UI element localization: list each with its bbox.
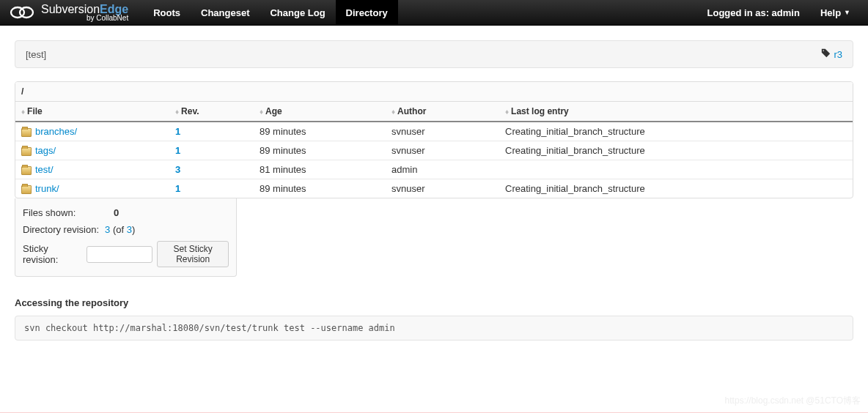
folder-icon <box>21 185 32 194</box>
dir-rev-close: ) <box>132 224 135 235</box>
sort-icon: ♦ <box>505 108 509 116</box>
log-cell: Creating_initial_branch_structure <box>499 141 853 160</box>
sort-icon: ♦ <box>175 108 179 116</box>
nav-right: Logged in as: admin Help ▼ <box>697 0 861 26</box>
table-row: trunk/189 minutessvnuserCreating_initial… <box>15 179 853 198</box>
svg-point-1 <box>20 7 33 18</box>
header-age[interactable]: ♦Age <box>254 102 386 122</box>
help-label: Help <box>820 7 841 18</box>
checkout-command: svn checkout http://marshal:18080/svn/te… <box>15 316 853 341</box>
age-cell: 89 minutes <box>254 122 386 141</box>
header-log[interactable]: ♦Last log entry <box>499 102 853 122</box>
collabnet-logo-icon <box>7 4 37 21</box>
file-link[interactable]: trunk/ <box>35 183 59 194</box>
file-link[interactable]: tags/ <box>35 145 56 156</box>
author-cell: svnuser <box>386 122 499 141</box>
breadcrumb-path: [test] <box>26 49 46 60</box>
file-link[interactable]: test/ <box>35 164 54 175</box>
files-shown-value: 0 <box>114 207 119 218</box>
log-cell: Creating_initial_branch_structure <box>499 179 853 198</box>
nav-changeset[interactable]: Changeset <box>191 0 260 26</box>
top-navbar: SubversionEdge by CollabNet Roots Change… <box>0 0 868 26</box>
tag-icon <box>821 48 831 60</box>
age-cell: 89 minutes <box>254 179 386 198</box>
brand-text-subversion: Subversion <box>41 3 100 15</box>
sort-icon: ♦ <box>260 108 263 116</box>
sticky-rev-label: Sticky revision: <box>23 243 72 265</box>
author-cell: svnuser <box>386 141 499 160</box>
breadcrumb-bar: [test] r3 <box>15 40 853 68</box>
sort-icon: ♦ <box>21 108 25 116</box>
nav-directory[interactable]: Directory <box>336 0 398 26</box>
age-cell: 81 minutes <box>254 160 386 179</box>
table-row: tags/189 minutessvnuserCreating_initial_… <box>15 141 853 160</box>
brand-logo[interactable]: SubversionEdge by CollabNet <box>7 4 128 22</box>
set-sticky-button[interactable]: Set Sticky Revision <box>157 241 229 267</box>
age-cell: 89 minutes <box>254 141 386 160</box>
nav-roots[interactable]: Roots <box>143 0 191 26</box>
info-panel: Files shown: 0 Directory revision: 3 (of… <box>15 198 237 277</box>
directory-table-wrap: / ♦File ♦Rev. ♦Age ♦Author ♦Last log ent… <box>15 81 853 198</box>
folder-icon <box>21 166 32 175</box>
dir-rev-label: Directory revision: <box>23 224 99 235</box>
dir-rev-of: (of <box>110 224 126 235</box>
revision-link[interactable]: r3 <box>834 49 842 60</box>
author-cell: svnuser <box>386 179 499 198</box>
access-title: Accessing the repository <box>15 297 853 308</box>
sticky-rev-input[interactable] <box>87 246 152 263</box>
sort-icon: ♦ <box>391 108 395 116</box>
folder-icon <box>21 147 32 156</box>
author-cell: admin <box>386 160 499 179</box>
table-row: test/381 minutesadmin <box>15 160 853 179</box>
help-menu[interactable]: Help ▼ <box>810 7 861 18</box>
rev-link[interactable]: 1 <box>175 145 180 156</box>
table-row: branches/189 minutessvnuserCreating_init… <box>15 122 853 141</box>
directory-table: ♦File ♦Rev. ♦Age ♦Author ♦Last log entry… <box>15 102 853 198</box>
nav-links: Roots Changeset Change Log Directory <box>143 0 398 26</box>
brand-text-edge: Edge <box>100 3 128 15</box>
nav-changelog[interactable]: Change Log <box>260 0 335 26</box>
current-path: / <box>15 82 853 102</box>
chevron-down-icon: ▼ <box>844 9 850 16</box>
files-shown-label: Files shown: <box>23 207 92 218</box>
folder-icon <box>21 128 32 137</box>
rev-link[interactable]: 1 <box>175 183 180 194</box>
log-cell <box>499 160 853 179</box>
header-author[interactable]: ♦Author <box>386 102 499 122</box>
header-rev[interactable]: ♦Rev. <box>169 102 254 122</box>
file-link[interactable]: branches/ <box>35 126 77 137</box>
header-file[interactable]: ♦File <box>15 102 169 122</box>
logged-in-as: Logged in as: admin <box>697 0 810 26</box>
dir-rev-total-link[interactable]: 3 <box>127 224 132 235</box>
rev-link[interactable]: 1 <box>175 126 180 137</box>
rev-link[interactable]: 3 <box>175 164 180 175</box>
log-cell: Creating_initial_branch_structure <box>499 122 853 141</box>
